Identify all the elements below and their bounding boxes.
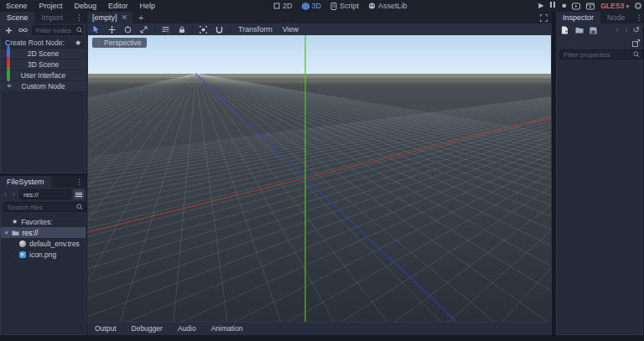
workspace-assetlib-button[interactable]: AssetLib [368,2,408,10]
res-root-item[interactable]: ▾ res:// [1,227,86,238]
folder-icon [12,230,19,236]
close-icon[interactable]: ✕ [122,13,128,22]
group-selected-button[interactable] [198,24,209,35]
stop-button[interactable]: ■ [562,0,566,12]
bottom-panel-bar: Output Debugger Audio Animation [87,323,552,335]
play-button[interactable]: ▶ [538,0,543,12]
menu-help[interactable]: Help [134,0,162,12]
history-forward-icon[interactable]: › [11,190,17,199]
view-menu[interactable]: View [280,25,301,34]
pause-button[interactable] [549,0,556,12]
favorites-item[interactable]: ★ Favorites: [1,216,86,227]
transform-menu[interactable]: Transform [236,25,275,34]
inspector-empty-area [556,60,643,335]
menu-editor[interactable]: Editor [102,0,134,12]
star-icon: ★ [12,218,18,225]
search-icon [76,204,83,210]
image-file-icon [19,251,26,258]
dock-menu-icon[interactable]: ⋮ [632,13,644,22]
script-icon [330,3,337,10]
filesystem-dock: FileSystem ⋮ ‹ › ★ Favorites: ▾ res:// [0,176,86,335]
lock-icon[interactable] [176,24,187,35]
history-back-icon[interactable]: ‹ [615,26,621,34]
3d-viewport[interactable]: ⋮ Perspective [87,35,552,323]
audio-panel-button[interactable]: Audio [170,323,204,335]
inspector-dock: Inspector Node ⋮ ‹ › ↺ [556,12,643,335]
tab-import[interactable]: Import [35,12,70,23]
inspector-toolbar: ‹ › ↺ [556,23,643,37]
menu-project[interactable]: Project [34,0,69,12]
file-tree: ★ Favorites: ▾ res:// default_env.tres i… [0,213,86,335]
spatial-toolbar: Transform View [87,23,552,35]
collapse-arrow-icon[interactable]: ▾ [5,230,8,236]
inspector-secondary-row [556,37,643,49]
renderer-dropdown[interactable]: GLES3 ▾ [600,2,629,10]
main-menu-bar: Scene Project Debug Editor Help 2D 3D Sc… [0,0,644,12]
tab-node[interactable]: Node [600,12,632,23]
output-panel-button[interactable]: Output [87,323,124,335]
workspace-script-button[interactable]: Script [330,2,359,10]
search-icon [76,27,83,34]
inspector-tabbar: Inspector Node ⋮ [556,12,643,23]
scene-tree-empty-area[interactable] [0,92,86,173]
save-resource-icon[interactable] [588,25,599,36]
scale-mode-button[interactable] [138,24,149,35]
current-path-field[interactable] [19,189,71,199]
perspective-menu-button[interactable]: ⋮ Perspective [92,38,147,48]
workspace-3d-label: 3D [312,2,322,10]
favorite-star-icon[interactable]: ★ [75,39,81,47]
snap-toggle-button[interactable] [214,24,225,35]
tab-scene[interactable]: Scene [0,12,35,23]
godot-editor-window: Scene Project Debug Editor Help 2D 3D Sc… [0,0,644,341]
play-custom-scene-button[interactable] [586,3,595,10]
display-mode-toggle[interactable] [74,189,84,199]
history-back-icon[interactable]: ‹ [3,190,8,199]
tab-inspector[interactable]: Inspector [556,12,600,23]
scene-dock: Scene Import ⋮ Create Root Node: ★ 2D Sc… [0,12,86,173]
update-spinner-icon[interactable] [635,3,641,9]
search-files-input[interactable] [3,202,86,212]
node-props-icon[interactable] [632,39,640,47]
workspace-2d-button[interactable]: 2D [273,2,293,10]
root-option-2d-scene[interactable]: 2D Scene [0,49,86,59]
root-option-custom-node[interactable]: + Custom Node [0,81,86,92]
distraction-free-icon[interactable] [536,14,552,22]
workspace-script-label: Script [340,2,359,10]
list-select-button[interactable] [160,24,171,35]
root-option-user-interface[interactable]: User Interface [0,70,86,81]
load-resource-icon[interactable] [574,25,584,36]
scene-tab-bar: [empty] ✕ + [87,12,552,23]
toolbar-separator [192,25,193,34]
select-mode-button[interactable] [91,24,101,35]
horizon-glow [88,74,551,78]
file-item-default-env[interactable]: default_env.tres [1,238,86,249]
2d-icon [273,3,280,9]
toolbar-separator [154,25,155,34]
menu-scene[interactable]: Scene [0,0,34,12]
workspace-3d-button[interactable]: 3D [302,2,322,10]
debugger-panel-button[interactable]: Debugger [124,323,170,335]
play-scene-button[interactable] [572,3,580,10]
add-node-button[interactable] [3,25,14,36]
history-forward-icon[interactable]: › [624,26,630,34]
dock-menu-icon[interactable]: ⋮ [72,13,86,22]
file-item-icon-png[interactable]: icon.png [1,249,86,260]
workspace-switcher: 2D 3D Script AssetLib [273,0,408,12]
dock-menu-icon[interactable]: ⋮ [72,178,86,186]
animation-panel-button[interactable]: Animation [204,323,251,335]
move-mode-button[interactable] [106,24,117,35]
godot-head-icon [368,3,376,9]
drag-dots-icon: ⋮ [96,39,101,46]
root-option-3d-scene[interactable]: 3D Scene [0,59,86,70]
inspector-search-row [556,49,643,60]
new-scene-tab-button[interactable]: + [132,13,149,23]
menu-debug[interactable]: Debug [69,0,103,12]
object-history-icon[interactable]: ↺ [633,26,640,34]
filter-nodes-input[interactable] [32,25,83,35]
instance-scene-button[interactable] [18,25,29,36]
filter-properties-input[interactable] [559,49,643,59]
tab-filesystem[interactable]: FileSystem [0,176,51,188]
rotate-mode-button[interactable] [122,24,133,35]
scene-tab-empty[interactable]: [empty] ✕ [87,12,132,23]
new-resource-icon[interactable] [559,25,570,36]
